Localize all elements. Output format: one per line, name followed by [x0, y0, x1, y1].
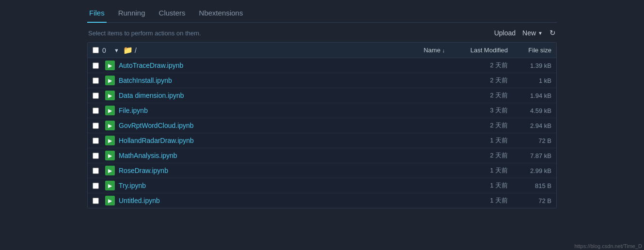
file-type-icon: ▶ [105, 166, 115, 175]
file-modified: 2 天前 [450, 121, 513, 130]
watermark: https://blog.csdn.net/Time_D [572, 242, 644, 250]
row-checkbox-container [93, 123, 102, 129]
file-list-header: 0 ▼ 📁 / Name ↓ Last Modified File size [88, 43, 556, 58]
table-row[interactable]: ▶ Try.ipynb 1 天前 815 B [88, 178, 556, 193]
row-checkbox-container [93, 168, 102, 174]
file-name[interactable]: Try.ipynb [119, 182, 450, 189]
new-button[interactable]: New ▼ [522, 29, 543, 37]
file-list: 0 ▼ 📁 / Name ↓ Last Modified File size ▶… [87, 42, 557, 208]
row-checkbox[interactable] [93, 153, 99, 159]
file-modified: 1 天前 [450, 181, 513, 190]
table-row[interactable]: ▶ Untitled.ipynb 1 天前 72 B [88, 193, 556, 208]
file-size: 72 B [513, 197, 551, 204]
refresh-icon[interactable]: ↻ [550, 29, 556, 37]
file-type-icon: ▶ [105, 121, 115, 130]
row-checkbox-container [93, 108, 102, 114]
file-modified: 1 天前 [450, 196, 513, 205]
table-row[interactable]: ▶ File.ipynb 3 天前 4.59 kB [88, 103, 556, 118]
tab-bar: Files Running Clusters Nbextensions [87, 5, 557, 23]
file-type-icon: ▶ [105, 61, 115, 70]
col-header-modified[interactable]: Last Modified [450, 47, 513, 54]
file-name[interactable]: File.ipynb [119, 107, 450, 114]
file-type-icon: ▶ [105, 136, 115, 145]
current-path: / [135, 47, 353, 54]
file-type-icon: ▶ [105, 151, 115, 160]
row-checkbox-container [93, 138, 102, 144]
file-type-icon: ▶ [105, 76, 115, 85]
file-modified: 1 天前 [450, 136, 513, 145]
file-size: 2.94 kB [513, 122, 551, 129]
row-checkbox-container [93, 153, 102, 159]
file-size: 72 B [513, 137, 551, 144]
row-checkbox[interactable] [93, 183, 99, 189]
count-dropdown-arrow[interactable]: ▼ [114, 47, 119, 53]
row-checkbox-container [93, 62, 102, 69]
row-checkbox[interactable] [93, 123, 99, 129]
file-name[interactable]: AutoTraceDraw.ipynb [119, 62, 450, 69]
row-checkbox-container [93, 183, 102, 189]
new-dropdown-arrow: ▼ [538, 31, 543, 36]
file-size: 7.87 kB [513, 152, 551, 159]
file-size: 2.99 kB [513, 167, 551, 174]
table-row[interactable]: ▶ BatchInstall.ipynb 2 天前 1 kB [88, 73, 556, 88]
table-row[interactable]: ▶ HollandRadarDraw.ipynb 1 天前 72 B [88, 133, 556, 148]
file-modified: 2 天前 [450, 76, 513, 85]
upload-button[interactable]: Upload [494, 29, 516, 37]
selected-count: 0 [102, 47, 112, 54]
row-checkbox[interactable] [93, 168, 99, 174]
row-checkbox[interactable] [93, 62, 99, 69]
row-checkbox[interactable] [93, 138, 99, 144]
new-button-label: New [522, 29, 536, 37]
file-type-icon: ▶ [105, 196, 115, 205]
file-name[interactable]: Untitled.ipynb [119, 197, 450, 204]
hint-text: Select items to perform actions on them. [88, 30, 201, 37]
file-type-icon: ▶ [105, 91, 115, 100]
col-header-size[interactable]: File size [513, 47, 551, 54]
tab-files[interactable]: Files [87, 5, 107, 23]
file-type-icon: ▶ [105, 181, 115, 190]
toolbar: Select items to perform actions on them.… [87, 29, 557, 37]
folder-icon: 📁 [123, 46, 133, 55]
row-checkbox[interactable] [93, 108, 99, 114]
col-header-name[interactable]: Name ↓ [353, 47, 450, 54]
table-row[interactable]: ▶ RoseDraw.ipynb 1 天前 2.99 kB [88, 163, 556, 178]
tab-clusters[interactable]: Clusters [157, 5, 188, 23]
file-name[interactable]: BatchInstall.ipynb [119, 77, 450, 84]
toolbar-right: Upload New ▼ ↻ [494, 29, 556, 37]
tab-running[interactable]: Running [116, 5, 147, 23]
file-name[interactable]: Data dimension.ipynb [119, 92, 450, 99]
row-checkbox[interactable] [93, 78, 99, 84]
row-checkbox-container [93, 93, 102, 99]
file-type-icon: ▶ [105, 106, 115, 115]
row-checkbox-container [93, 198, 102, 204]
name-sort-arrow: ↓ [442, 47, 445, 53]
tab-nbextensions[interactable]: Nbextensions [197, 5, 245, 23]
file-name[interactable]: MathAnalysis.ipynb [119, 152, 450, 159]
header-checkbox-container [93, 47, 102, 53]
file-modified: 3 天前 [450, 106, 513, 115]
file-size: 4.59 kB [513, 107, 551, 114]
table-row[interactable]: ▶ AutoTraceDraw.ipynb 2 天前 1.39 kB [88, 58, 556, 73]
row-checkbox-container [93, 78, 102, 84]
file-modified: 2 天前 [450, 151, 513, 160]
file-size: 1.39 kB [513, 62, 551, 69]
file-name[interactable]: HollandRadarDraw.ipynb [119, 137, 450, 144]
table-row[interactable]: ▶ Data dimension.ipynb 2 天前 1.94 kB [88, 88, 556, 103]
file-name[interactable]: RoseDraw.ipynb [119, 167, 450, 174]
row-checkbox[interactable] [93, 93, 99, 99]
file-size: 1.94 kB [513, 92, 551, 99]
file-modified: 1 天前 [450, 166, 513, 175]
file-rows-container: ▶ AutoTraceDraw.ipynb 2 天前 1.39 kB ▶ Bat… [88, 58, 556, 208]
row-checkbox[interactable] [93, 198, 99, 204]
table-row[interactable]: ▶ MathAnalysis.ipynb 2 天前 7.87 kB [88, 148, 556, 163]
file-size: 1 kB [513, 77, 551, 84]
table-row[interactable]: ▶ GovRptWordCloud.ipynb 2 天前 2.94 kB [88, 118, 556, 133]
file-modified: 2 天前 [450, 61, 513, 70]
file-name[interactable]: GovRptWordCloud.ipynb [119, 122, 450, 129]
select-all-checkbox[interactable] [93, 47, 99, 53]
file-modified: 2 天前 [450, 91, 513, 100]
file-size: 815 B [513, 182, 551, 189]
